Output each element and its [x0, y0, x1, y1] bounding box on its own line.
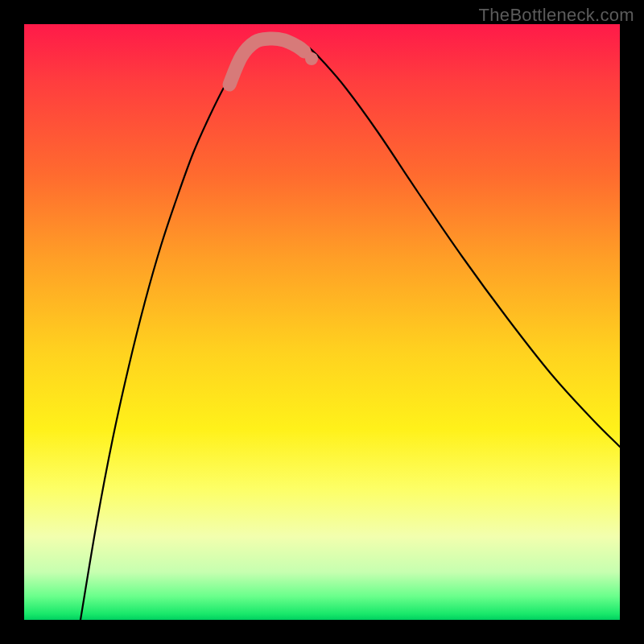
left-curve [80, 47, 254, 620]
chart-svg [24, 24, 620, 620]
optimum-basin [229, 39, 304, 85]
plot-area [24, 24, 620, 620]
right-shoulder-dot [305, 52, 318, 65]
chart-stage: TheBottleneck.com [0, 0, 644, 644]
watermark: TheBottleneck.com [479, 5, 634, 26]
right-curve [310, 48, 620, 447]
